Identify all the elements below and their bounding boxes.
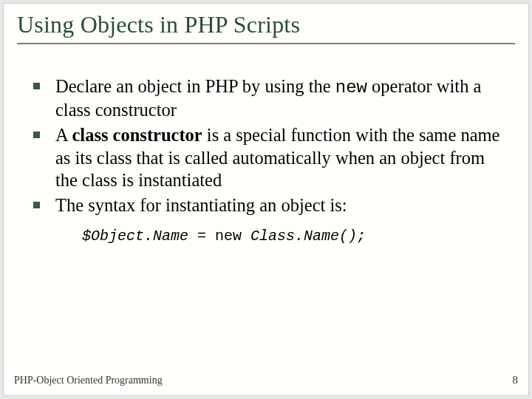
page-number: 8 xyxy=(513,374,519,386)
title-region: Using Objects in PHP Scripts xyxy=(4,4,528,44)
bold-term: class constructor xyxy=(72,125,202,145)
list-item: A class constructor is a special functio… xyxy=(29,124,503,191)
slide: Using Objects in PHP Scripts Declare an … xyxy=(3,3,529,396)
slide-title: Using Objects in PHP Scripts xyxy=(17,11,515,44)
bullet-text: A xyxy=(55,125,72,145)
list-item: The syntax for instantiating an object i… xyxy=(29,194,503,216)
list-item: Declare an object in PHP by using the ne… xyxy=(29,75,503,121)
code-text: = new xyxy=(188,228,250,245)
bullet-text: The syntax for instantiating an object i… xyxy=(55,195,347,215)
bullet-list: Declare an object in PHP by using the ne… xyxy=(29,75,503,217)
code-classname: Class.Name(); xyxy=(250,228,366,245)
slide-body: Declare an object in PHP by using the ne… xyxy=(4,44,528,245)
bullet-text: Declare an object in PHP by using the xyxy=(55,76,335,96)
code-keyword: new xyxy=(335,78,367,98)
code-variable: $Object.Name xyxy=(82,228,188,245)
code-block: $Object.Name = new Class.Name(); xyxy=(29,228,503,245)
footer-left: PHP-Object Oriented Programming xyxy=(14,375,163,386)
